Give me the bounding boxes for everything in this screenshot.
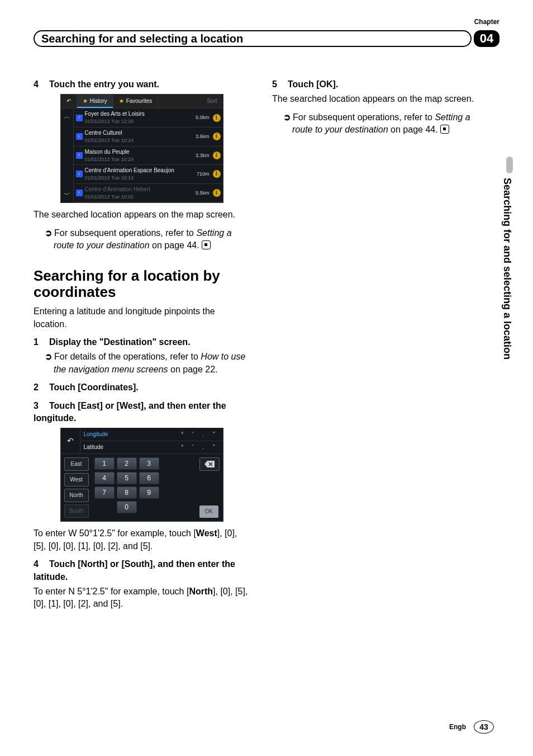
list-item[interactable]: ↑ Foyer des Arts et Loisirs01/01/2013 Tu…	[74, 108, 223, 127]
list-item[interactable]: ↑ Centre Culturel01/01/2013 Tue 10:24 3.…	[74, 127, 223, 147]
key-5[interactable]: 5	[117, 472, 137, 484]
coordinate-screenshot: ↶ Longitude °'." Latitude °'."	[60, 428, 223, 522]
body-text: The searched location appears on the map…	[272, 93, 488, 105]
key-4[interactable]: 4	[94, 472, 115, 484]
pin-icon: ↑	[76, 152, 83, 159]
info-icon[interactable]: i	[213, 170, 221, 178]
history-screenshot: ↶ ★History ★Favourites Sort ︿ ﹀ ↑ Foyer …	[60, 94, 223, 203]
east-button[interactable]: East	[64, 457, 89, 471]
backspace-icon[interactable]	[199, 457, 220, 471]
arrow-icon: ➲	[45, 228, 52, 238]
step-3-head: 3Touch [East] or [West], and then enter …	[34, 400, 250, 425]
body-text: To enter N 5°1'2.5" for example, touch […	[34, 585, 250, 611]
step-5-head: 5Touch [OK].	[272, 78, 488, 91]
key-9[interactable]: 9	[139, 486, 159, 499]
latitude-field[interactable]: Latitude °'."	[80, 441, 223, 453]
page-footer: Engb 43	[449, 720, 494, 734]
pin-icon: ↑	[76, 115, 83, 121]
page-number: 43	[474, 720, 494, 734]
scroll-down-icon[interactable]: ﹀	[64, 190, 70, 200]
cross-reference: ➲For details of the operations, refer to…	[34, 351, 250, 376]
side-tab: Searching for and selecting a location	[501, 157, 516, 459]
info-icon[interactable]: i	[213, 152, 221, 159]
north-button[interactable]: North	[64, 489, 89, 502]
key-8[interactable]: 8	[117, 486, 137, 499]
end-mark-icon	[440, 125, 449, 134]
info-icon[interactable]: i	[213, 133, 221, 140]
back-icon[interactable]: ↶	[61, 94, 77, 108]
step-4b-head: 4Touch [North] or [South], and then ente…	[34, 558, 250, 583]
ok-button[interactable]: OK	[199, 505, 218, 518]
body-text: The searched location appears on the map…	[34, 209, 250, 221]
key-7[interactable]: 7	[94, 486, 115, 499]
arrow-icon: ➲	[45, 352, 52, 361]
star-icon: ★	[83, 97, 88, 105]
left-column: 4Touch the entry you want. ↶ ★History ★F…	[34, 73, 250, 711]
step-2-head: 2Touch [Coordinates].	[34, 381, 250, 394]
pin-icon: ↑	[76, 171, 83, 177]
list-item[interactable]: ↑ Centre d'Animation Espace Beaujon01/01…	[74, 165, 223, 184]
numpad: 1 2 3 4 5 6 7 8 9 0	[94, 457, 159, 518]
tab-history[interactable]: ★History	[77, 94, 113, 108]
key-3[interactable]: 3	[139, 457, 159, 470]
tab-favourites[interactable]: ★Favourites	[113, 94, 159, 108]
key-1[interactable]: 1	[94, 457, 115, 470]
south-button[interactable]: South	[64, 504, 89, 518]
step-4-head: 4Touch the entry you want.	[34, 78, 250, 91]
key-6[interactable]: 6	[139, 472, 159, 484]
cross-reference: ➲For subsequent operations, refer to Set…	[34, 227, 250, 252]
arrow-icon: ➲	[283, 112, 291, 122]
scroll-up-icon[interactable]: ︿	[64, 112, 70, 121]
tab-marker	[506, 157, 513, 173]
chapter-number-box: 04	[474, 30, 499, 47]
longitude-field[interactable]: Longitude °'."	[80, 428, 223, 441]
language-label: Engb	[449, 723, 466, 731]
end-mark-icon	[202, 240, 211, 249]
info-icon[interactable]: i	[213, 114, 221, 122]
right-column: 5Touch [OK]. The searched location appea…	[272, 73, 488, 711]
pin-icon: ↑	[76, 190, 83, 196]
star-icon: ★	[119, 97, 124, 105]
page-title: Searching for and selecting a location	[34, 30, 472, 47]
list-item[interactable]: ↑ Centre d'Animation Hebert01/01/2013 Tu…	[74, 184, 223, 203]
chapter-label: Chapter	[474, 18, 499, 26]
key-2[interactable]: 2	[117, 457, 137, 470]
sort-button[interactable]: Sort	[201, 97, 222, 105]
history-rows: ↑ Foyer des Arts et Loisirs01/01/2013 Tu…	[73, 108, 223, 202]
section-heading: Searching for a location by coordinates	[34, 268, 250, 301]
key-0[interactable]: 0	[117, 501, 137, 513]
info-icon[interactable]: i	[213, 189, 221, 197]
cross-reference: ➲For subsequent operations, refer to Set…	[272, 111, 488, 136]
west-button[interactable]: West	[64, 473, 89, 486]
list-item[interactable]: ↑ Maison du Peuple01/01/2013 Tue 10:24 3…	[74, 147, 223, 166]
body-text: Entering a latitude and longitude pinpoi…	[34, 305, 250, 330]
back-icon[interactable]: ↶	[61, 428, 80, 453]
pin-icon: ↑	[76, 133, 83, 140]
step-1-head: 1Display the "Destination" screen.	[34, 336, 250, 348]
body-text: To enter W 50°1'2.5" for example, touch …	[34, 527, 250, 552]
side-tab-text: Searching for and selecting a location	[501, 178, 513, 360]
document-page: Chapter 04 Searching for and selecting a…	[0, 0, 533, 756]
